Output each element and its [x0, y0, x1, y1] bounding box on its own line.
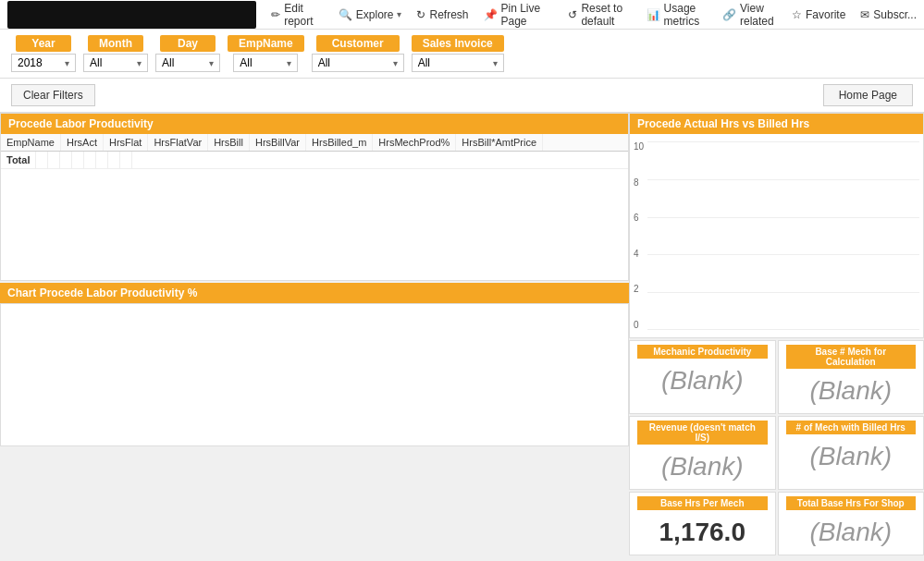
total-hrsbillvar: [84, 152, 96, 168]
pin-icon: 📌: [484, 8, 498, 21]
mechanic-productivity-box: Mechanic Productivity (Blank): [629, 340, 776, 414]
base-hrs-mech-value: 1,176.0: [637, 510, 768, 551]
explore-button[interactable]: 🔍 Explore ▾: [339, 8, 402, 21]
left-panel: Procede Labor Productivity EmpName HrsAc…: [0, 113, 629, 555]
clear-filters-button[interactable]: Clear Filters: [11, 84, 95, 106]
base-mech-label: Base # Mech for Calculation: [786, 345, 917, 369]
day-chevron-icon: ▾: [209, 58, 214, 68]
col-hrsflatvar: HrsFlatVar: [148, 134, 208, 151]
y-axis: 10 8 6 4 2 0: [634, 141, 647, 330]
customer-label: Customer: [316, 35, 400, 52]
base-mech-box: Base # Mech for Calculation (Blank): [778, 340, 925, 414]
mail-icon: ✉: [860, 8, 869, 21]
revenue-box: Revenue (doesn't match I/S) (Blank): [629, 416, 776, 490]
usage-metrics-button[interactable]: 📊 Usage metrics: [647, 2, 708, 28]
customer-select[interactable]: All ▾: [312, 54, 404, 72]
edit-report-button[interactable]: ✏ Edit report: [271, 2, 324, 28]
col-hrsbill: HrsBill: [208, 134, 250, 151]
actions-bar: Clear Filters Home Page: [0, 79, 924, 113]
base-hrs-mech-box: Base Hrs Per Mech 1,176.0: [629, 492, 776, 555]
year-select[interactable]: 2018 ▾: [11, 54, 76, 72]
actual-vs-billed-title: Procede Actual Hrs vs Billed Hrs: [630, 114, 923, 134]
table-header-row: EmpName HrsAct HrsFlat HrsFlatVar HrsBil…: [1, 134, 628, 152]
explore-icon: 🔍: [339, 8, 352, 21]
mech-billed-box: # of Mech with Billed Hrs (Blank): [778, 416, 925, 490]
col-hrsbillamtprice: HrsBill*AmtPrice: [456, 134, 543, 151]
logo-area: [7, 1, 256, 29]
view-related-button[interactable]: 🔗 View related: [722, 2, 777, 28]
total-label: Total: [1, 152, 36, 168]
total-hrsbillamtprice: [120, 152, 132, 168]
year-label: Year: [16, 35, 71, 52]
favorite-button[interactable]: ☆ Favorite: [792, 8, 845, 21]
mech-billed-value: (Blank): [786, 434, 917, 475]
total-hrsact: [36, 152, 48, 168]
empname-chevron-icon: ▾: [287, 58, 291, 68]
subscribe-button[interactable]: ✉ Subscr...: [860, 8, 917, 21]
month-filter: Month All ▾: [83, 35, 148, 72]
star-icon: ☆: [792, 8, 802, 21]
kpi-grid: Mechanic Productivity (Blank) Base # Mec…: [629, 340, 924, 555]
reset-icon: ↺: [568, 8, 577, 21]
base-mech-value: (Blank): [786, 369, 917, 409]
mech-billed-label: # of Mech with Billed Hrs: [786, 421, 917, 434]
total-hrsflat: [48, 152, 60, 168]
edit-icon: ✏: [271, 8, 280, 21]
month-select[interactable]: All ▾: [83, 54, 148, 72]
col-empname: EmpName: [1, 134, 61, 151]
revenue-value: (Blank): [637, 445, 768, 485]
day-select[interactable]: All ▾: [155, 54, 220, 72]
reset-to-default-button[interactable]: ↺ Reset to default: [568, 2, 631, 28]
total-hrsflatvar: [60, 152, 72, 168]
month-chevron-icon: ▾: [137, 58, 142, 68]
sales-invoice-filter: Sales Invoice All ▾: [412, 35, 504, 72]
total-base-hrs-value: (Blank): [786, 510, 917, 551]
chart-icon: 📊: [647, 8, 660, 21]
empname-select[interactable]: All ▾: [233, 54, 298, 72]
year-filter: Year 2018 ▾: [11, 35, 76, 72]
filter-bar: Year 2018 ▾ Month All ▾ Day All ▾ EmpNam…: [0, 30, 924, 79]
total-hrsbilled-m: [96, 152, 108, 168]
day-label: Day: [160, 35, 216, 52]
right-panel: Procede Actual Hrs vs Billed Hrs 10 8 6 …: [629, 113, 924, 555]
table-row: Total: [1, 152, 628, 169]
month-label: Month: [88, 35, 143, 52]
chart-labor-section: Chart Procede Labor Productivity %: [0, 283, 629, 446]
revenue-label: Revenue (doesn't match I/S): [637, 421, 768, 445]
link-icon: 🔗: [722, 8, 736, 21]
refresh-icon: ↻: [416, 8, 425, 21]
toolbar-right: ↺ Reset to default 📊 Usage metrics 🔗 Vie…: [568, 2, 917, 28]
mechanic-productivity-value: (Blank): [637, 359, 768, 399]
toolbar: ✏ Edit report 🔍 Explore ▾ ↻ Refresh 📌 Pi…: [0, 0, 924, 30]
labor-productivity-title: Procede Labor Productivity: [1, 114, 628, 134]
sales-invoice-label: Sales Invoice: [412, 35, 504, 52]
actual-vs-billed-section: Procede Actual Hrs vs Billed Hrs 10 8 6 …: [629, 113, 924, 338]
labor-productivity-section: Procede Labor Productivity EmpName HrsAc…: [0, 113, 629, 281]
explore-chevron-icon: ▾: [397, 9, 401, 19]
col-hrsflat: HrsFlat: [104, 134, 148, 151]
col-hrsbillvar: HrsBillVar: [250, 134, 306, 151]
chart-labor-title: Chart Procede Labor Productivity %: [0, 283, 629, 303]
refresh-button[interactable]: ↻ Refresh: [416, 8, 468, 21]
col-hrsact: HrsAct: [61, 134, 104, 151]
pin-live-page-button[interactable]: 📌 Pin Live Page: [484, 2, 554, 28]
day-filter: Day All ▾: [155, 35, 220, 72]
base-hrs-mech-label: Base Hrs Per Mech: [637, 496, 768, 510]
total-hrsbill: [72, 152, 84, 168]
customer-filter: Customer All ▾: [312, 35, 404, 72]
main-content: Procede Labor Productivity EmpName HrsAc…: [0, 113, 924, 555]
table-empty-area: [1, 169, 628, 280]
actual-vs-billed-chart: 10 8 6 4 2 0: [630, 134, 923, 337]
home-page-button[interactable]: Home Page: [823, 84, 913, 106]
chart-plot-area: [647, 141, 919, 330]
year-chevron-icon: ▾: [65, 58, 69, 68]
col-hrsmechprod: HrsMechProd%: [373, 134, 456, 151]
mechanic-productivity-label: Mechanic Productivity: [637, 345, 768, 359]
col-hrsbilled-m: HrsBilled_m: [306, 134, 373, 151]
sales-invoice-chevron-icon: ▾: [493, 58, 498, 68]
chart-labor-area: [0, 303, 629, 446]
customer-chevron-icon: ▾: [393, 58, 398, 68]
sales-invoice-select[interactable]: All ▾: [412, 54, 504, 72]
total-hrsmechprod: [108, 152, 120, 168]
total-base-hrs-label: Total Base Hrs For Shop: [786, 496, 917, 510]
